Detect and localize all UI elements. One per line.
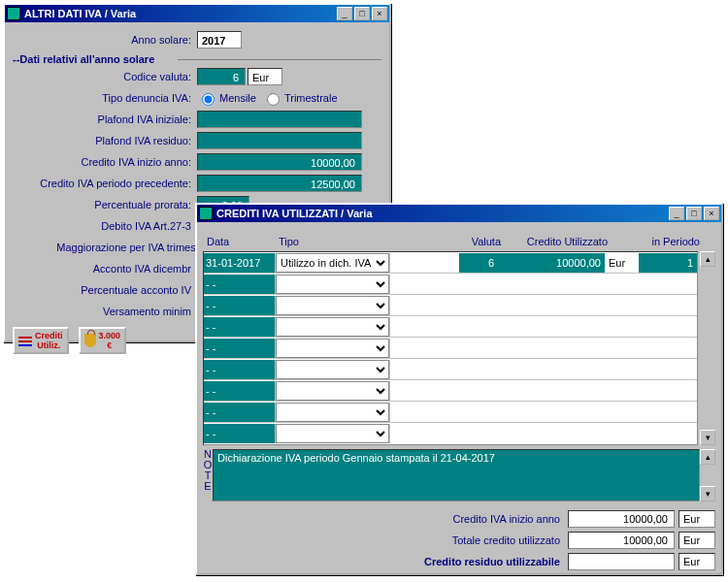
window-title: CREDITI IVA UTILIZZATI / Varia [216,208,669,219]
maximize-button[interactable]: □ [354,7,370,20]
radio-mensile-input[interactable] [202,93,215,106]
totale-util-value: 10000,00 [568,532,675,549]
grid-row[interactable]: - - [204,274,697,295]
plafond-iniziale-field[interactable] [197,111,362,128]
codice-valuta-label: Codice valuta: [13,71,197,82]
note-box: NOTE Dichiarazione IVA periodo Gennaio s… [203,449,715,501]
grid-row[interactable]: - - [204,402,697,423]
cell-tipo[interactable] [276,381,390,401]
cell-data[interactable]: 31-01-2017 [204,253,276,273]
acconto-dic-label: Acconto IVA dicembr [13,263,197,275]
titlebar[interactable]: ALTRI DATI IVA / Varia _ □ × [5,5,389,22]
window-title: ALTRI DATI IVA / Varia [24,8,337,19]
cell-tipo[interactable] [276,403,390,422]
cell-tipo[interactable] [276,275,390,294]
note-scroll-up-button[interactable]: ▴ [700,449,715,465]
tipo-select[interactable] [276,403,389,422]
note-textarea[interactable]: Dichiarazione IVA periodo Gennaio stampa… [213,449,700,501]
grid-row[interactable]: - - [204,380,697,402]
grid-row[interactable]: - - [204,338,697,359]
cell-currency: Eur [605,253,639,273]
app-icon [7,7,20,20]
close-button[interactable]: × [372,7,387,20]
totals-section: Credito IVA inizio anno 10000,00 Eur Tot… [203,509,715,571]
plafond-residuo-label: Plafond IVA residuo: [13,135,197,146]
perc-acconto-label: Percentuale acconto IV [13,284,197,296]
cell-tipo[interactable] [276,296,390,315]
scroll-down-button[interactable]: ▾ [700,430,715,445]
col-credito-header: Credito Utilizzato [501,230,608,247]
tipo-select[interactable] [276,381,389,401]
radio-trimestrale-input[interactable] [267,93,280,106]
tipo-select[interactable]: Utilizzo in dich. IVA [276,253,389,273]
perc-prorata-label: Percentuale prorata: [13,199,197,210]
tipo-select[interactable] [276,275,389,294]
money-bag-icon [84,334,96,347]
anno-solare-field[interactable]: 2017 [197,31,242,48]
cell-data[interactable]: - - [204,275,276,294]
list-icon [18,335,32,346]
grid-row[interactable]: 31-01-2017 Utilizzo in dich. IVA 6 10000… [204,252,697,274]
tipo-select[interactable] [276,339,389,358]
cell-data[interactable]: - - [204,403,276,422]
grid-header: Data Tipo Valuta Credito Utilizzato in P… [203,228,715,249]
cell-periodo[interactable]: 1 [639,253,697,273]
group-anno-solare-label: --Dati relativi all'anno solare [13,53,381,65]
tipo-select[interactable] [276,296,389,315]
cell-tipo[interactable] [276,424,390,443]
grid-row[interactable]: - - [204,316,697,338]
titlebar[interactable]: CREDITI IVA UTILIZZATI / Varia _ □ × [197,205,721,222]
cell-valuta[interactable]: 6 [459,253,498,273]
maximize-button[interactable]: □ [686,207,702,220]
totale-util-cur: Eur [678,532,715,549]
credito-inizio-label: Credito IVA inizio anno: [13,156,197,168]
note-label: NOTE [203,449,213,501]
3000-euro-button[interactable]: 3.000€ [79,327,127,354]
credito-prec-label: Credito IVA periodo precedente: [13,178,197,189]
col-data-header: Data [203,230,275,247]
residuo-value [568,553,675,570]
tipo-select[interactable] [276,424,389,443]
note-scroll-down-button[interactable]: ▾ [700,486,715,501]
radio-mensile[interactable]: Mensile [197,90,256,106]
versamento-min-label: Versamento minim [13,306,197,317]
col-periodo-header: in Periodo [642,230,700,247]
cell-data[interactable]: - - [204,424,276,443]
grid: 31-01-2017 Utilizzo in dich. IVA 6 10000… [203,251,698,445]
cell-tipo[interactable] [276,360,390,379]
cell-tipo[interactable]: Utilizzo in dich. IVA [276,253,390,273]
cell-data[interactable]: - - [204,317,276,337]
minimize-button[interactable]: _ [669,207,684,220]
grid-row[interactable]: - - [204,359,697,380]
plafond-residuo-field[interactable] [197,132,362,149]
plafond-iniziale-label: Plafond IVA iniziale: [13,113,197,125]
cell-data[interactable]: - - [204,339,276,358]
col-valuta-header: Valuta [462,230,501,247]
crediti-utiliz-button[interactable]: CreditiUtiliz. [13,327,69,354]
window-crediti-iva-utilizzati: CREDITI IVA UTILIZZATI / Varia _ □ × Dat… [195,203,723,575]
cell-data[interactable]: - - [204,296,276,315]
radio-trimestrale[interactable]: Trimestrale [262,90,338,106]
tipo-select[interactable] [276,317,389,337]
app-icon [199,207,213,220]
grid-row[interactable]: - - [204,295,697,316]
minimize-button[interactable]: _ [337,7,352,20]
anno-solare-label: Anno solare: [13,34,197,46]
tipo-denuncia-label: Tipo denuncia IVA: [13,92,197,104]
cell-credito[interactable]: 10000,00 [498,253,605,273]
cell-tipo[interactable] [276,317,390,337]
cell-data[interactable]: - - [204,360,276,379]
window-body: Data Tipo Valuta Credito Utilizzato in P… [197,222,721,579]
credito-inizio-total-label: Credito IVA inizio anno [383,513,568,525]
grid-row[interactable]: - - [204,423,697,444]
tipo-select[interactable] [276,360,389,379]
close-button[interactable]: × [704,207,719,220]
residuo-label: Credito residuo utilizzabile [383,556,568,567]
codice-valuta-field[interactable]: 6 [197,68,246,85]
cell-data[interactable]: - - [204,381,276,401]
credito-inizio-field[interactable]: 10000,00 [197,153,362,171]
credito-prec-field[interactable]: 12500,00 [197,175,362,192]
scroll-up-button[interactable]: ▴ [700,251,715,267]
cell-tipo[interactable] [276,339,390,358]
codice-valuta-currency[interactable]: Eur [248,68,282,85]
